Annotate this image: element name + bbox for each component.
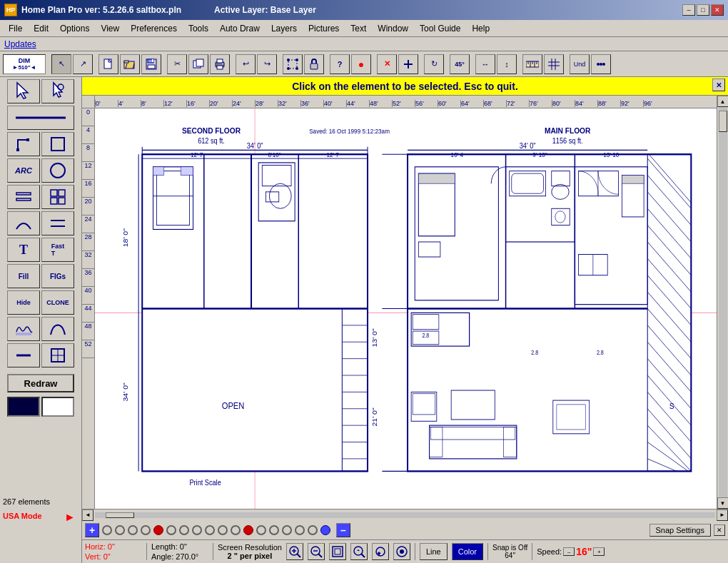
delete-btn[interactable]: ✕ bbox=[377, 54, 397, 74]
undo-btn[interactable]: ↩ bbox=[236, 54, 256, 74]
snap-circle-12[interactable] bbox=[243, 525, 253, 535]
snap-circle-7[interactable] bbox=[179, 525, 189, 535]
background-color[interactable] bbox=[41, 397, 74, 417]
line-tool[interactable] bbox=[7, 106, 74, 130]
menu-preferences[interactable]: Preferences bbox=[125, 22, 183, 35]
snap-circle-16[interactable] bbox=[295, 525, 305, 535]
hline-tool2[interactable] bbox=[41, 211, 74, 235]
ruler-btn[interactable] bbox=[522, 54, 542, 74]
snap-circle-13[interactable] bbox=[256, 525, 266, 535]
help-query-btn[interactable]: ? bbox=[330, 54, 350, 74]
scroll-track-v[interactable] bbox=[719, 107, 727, 497]
snap-settings-button[interactable]: Snap Settings bbox=[649, 524, 712, 537]
redo-btn[interactable]: ↪ bbox=[257, 54, 277, 74]
fill-lock-btn[interactable] bbox=[304, 54, 324, 74]
redraw-button[interactable]: Redraw bbox=[7, 374, 74, 392]
corner-tool[interactable] bbox=[7, 132, 40, 156]
open-file-btn[interactable] bbox=[120, 54, 140, 74]
menu-pictures[interactable]: Pictures bbox=[303, 22, 345, 35]
undo2-btn[interactable]: Und bbox=[570, 54, 590, 74]
speed-down-btn[interactable]: – bbox=[563, 547, 575, 556]
snap-circle-15[interactable] bbox=[282, 525, 292, 535]
snap-circle-5[interactable] bbox=[153, 525, 163, 535]
fill-tool[interactable]: Fill bbox=[7, 264, 40, 288]
canvas-inner[interactable]: 0' 4' 8' 12' 16' 20' 24' 28' 32' 36' 40'… bbox=[82, 96, 717, 509]
right-scrollbar[interactable]: ▲ ▼ bbox=[717, 96, 728, 509]
print-btn[interactable] bbox=[210, 54, 230, 74]
snap-minus-btn[interactable]: – bbox=[336, 523, 350, 537]
clone-tool[interactable]: CLONE bbox=[41, 290, 74, 315]
menu-toolguide[interactable]: Tool Guide bbox=[414, 22, 466, 35]
select-tool-btn[interactable]: ↗ bbox=[73, 54, 93, 74]
rect-tool[interactable] bbox=[41, 132, 74, 156]
scroll-left-btn[interactable]: ◄ bbox=[82, 509, 93, 521]
close-button[interactable]: ✕ bbox=[711, 4, 724, 16]
flip-v-btn[interactable]: ↕ bbox=[497, 54, 517, 74]
more-btn[interactable] bbox=[591, 54, 611, 74]
snap-plus-btn[interactable]: + bbox=[85, 523, 99, 537]
circle-tool[interactable] bbox=[41, 158, 74, 183]
refresh-btn[interactable]: ↻ bbox=[424, 54, 444, 74]
zoom-extra-btn[interactable] bbox=[393, 543, 410, 560]
foreground-color[interactable] bbox=[7, 397, 40, 417]
menu-window[interactable]: Window bbox=[372, 22, 414, 35]
snap-circle-4[interactable] bbox=[141, 525, 151, 535]
zoom-cursor-btn[interactable] bbox=[372, 543, 389, 560]
scroll-down-btn[interactable]: ▼ bbox=[717, 497, 729, 509]
scroll-up-btn[interactable]: ▲ bbox=[717, 96, 729, 107]
color-btn[interactable]: Color bbox=[452, 543, 483, 560]
menu-autodraw[interactable]: Auto Draw bbox=[214, 22, 266, 35]
horizontal-scrollbar[interactable]: ◄ ► bbox=[82, 509, 728, 520]
snap-circle-17[interactable] bbox=[308, 525, 318, 535]
save-file-btn[interactable] bbox=[141, 54, 161, 74]
menu-help[interactable]: Help bbox=[466, 22, 495, 35]
snap-circle-6[interactable] bbox=[166, 525, 176, 535]
menu-text[interactable]: Text bbox=[345, 22, 372, 35]
menu-tools[interactable]: Tools bbox=[183, 22, 214, 35]
zoom-out-btn[interactable] bbox=[308, 543, 325, 560]
select-area-btn[interactable] bbox=[283, 54, 303, 74]
flip-h-btn[interactable]: ↔ bbox=[475, 54, 495, 74]
snap-circle-10[interactable] bbox=[218, 525, 228, 535]
updates-label[interactable]: Updates bbox=[4, 39, 36, 49]
cut-btn[interactable]: ✂ bbox=[167, 54, 187, 74]
snap-circle-2[interactable] bbox=[115, 525, 125, 535]
fig-tool[interactable]: FIGs bbox=[41, 264, 74, 288]
insert-node-btn[interactable] bbox=[398, 54, 418, 74]
rotate-45-btn[interactable]: 45° bbox=[450, 54, 470, 74]
menu-edit[interactable]: Edit bbox=[28, 22, 54, 35]
scroll-thumb-h[interactable] bbox=[106, 512, 134, 518]
wave-tool[interactable] bbox=[7, 317, 40, 341]
record-btn[interactable]: ● bbox=[351, 54, 371, 74]
pointer-tool2[interactable] bbox=[41, 79, 74, 103]
fast-text-tool[interactable]: FastT bbox=[41, 238, 74, 262]
pointer-tool[interactable] bbox=[7, 79, 40, 103]
scroll-arrow[interactable]: ► bbox=[64, 511, 76, 524]
hline-tool[interactable] bbox=[7, 343, 40, 367]
copy-display-btn[interactable] bbox=[188, 54, 208, 74]
curve-tool[interactable] bbox=[7, 211, 40, 235]
snap-bar-close[interactable]: ✕ bbox=[714, 524, 725, 536]
maximize-button[interactable]: □ bbox=[697, 4, 709, 16]
grid-btn[interactable] bbox=[544, 54, 564, 74]
line-btn[interactable]: Line bbox=[420, 543, 448, 560]
speed-up-btn[interactable]: + bbox=[593, 547, 605, 556]
text-tool[interactable]: T bbox=[7, 238, 40, 262]
scroll-thumb-v[interactable] bbox=[719, 111, 727, 132]
snap-circle-9[interactable] bbox=[205, 525, 215, 535]
spline-tool[interactable] bbox=[41, 317, 74, 341]
frame-tool[interactable] bbox=[41, 343, 74, 367]
menu-view[interactable]: View bbox=[95, 22, 125, 35]
wall-tool[interactable] bbox=[7, 185, 40, 209]
menu-file[interactable]: File bbox=[3, 22, 28, 35]
snap-circle-8[interactable] bbox=[192, 525, 202, 535]
new-file-btn[interactable] bbox=[98, 54, 118, 74]
snap-circle-3[interactable] bbox=[128, 525, 138, 535]
zoom-fit-btn[interactable] bbox=[329, 543, 346, 560]
scroll-track-h[interactable] bbox=[95, 512, 715, 518]
snap-circle-11[interactable] bbox=[231, 525, 241, 535]
minimize-button[interactable]: – bbox=[682, 4, 695, 16]
snap-circle-14[interactable] bbox=[269, 525, 279, 535]
snap-circle-1[interactable] bbox=[102, 525, 112, 535]
scroll-right-btn[interactable]: ► bbox=[717, 509, 728, 521]
